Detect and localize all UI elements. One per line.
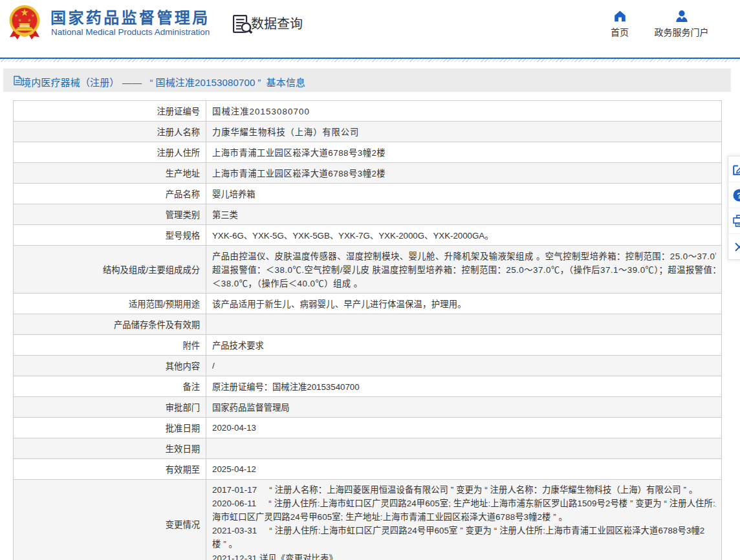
- svg-text:?: ?: [737, 190, 740, 200]
